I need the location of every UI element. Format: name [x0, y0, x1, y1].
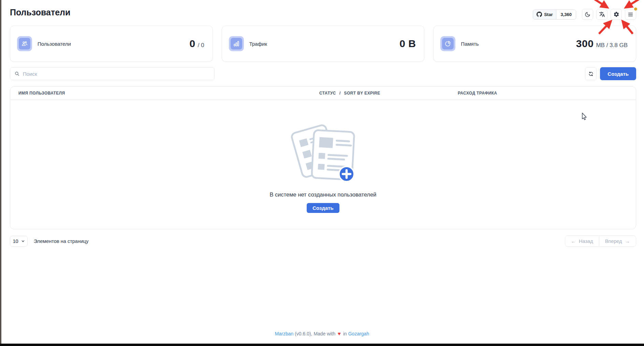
refresh-button[interactable] — [585, 67, 597, 80]
menu-button[interactable] — [625, 9, 636, 20]
github-star-badge: Star 3,360 — [533, 10, 576, 19]
window-bottom-bar — [0, 344, 644, 346]
github-icon — [537, 12, 542, 17]
github-star-count[interactable]: 3,360 — [556, 10, 576, 19]
empty-state-illustration — [284, 117, 362, 188]
empty-state-create-button[interactable]: Создать — [307, 203, 339, 213]
page-size-select[interactable]: 10 — [10, 236, 28, 247]
column-header-traffic-usage[interactable]: РАСХОД ТРАФИКА — [450, 91, 636, 96]
empty-state-message: В системе нет созданных пользователей — [10, 191, 636, 198]
column-header-username[interactable]: ИМЯ ПОЛЬЗОВАТЕЛЯ — [10, 91, 311, 96]
users-icon — [21, 40, 28, 47]
hamburger-icon — [628, 12, 633, 17]
footer-text: (v0.6.0), Made with — [295, 331, 335, 336]
footer: Marzban (v0.6.0), Made with ♥ in Gozarga… — [0, 331, 644, 336]
pagination: 10 Элементов на страницу ← Назад Вперед … — [10, 235, 636, 247]
search-icon — [14, 71, 20, 76]
per-page-label: Элементов на страницу — [34, 239, 89, 244]
window-left-edge — [0, 0, 1, 346]
gozargah-link[interactable]: Gozargah — [348, 331, 369, 336]
table-header-row: ИМЯ ПОЛЬЗОВАТЕЛЯ СТАТУС/SORT BY EXPIRE Р… — [10, 87, 636, 100]
settings-button[interactable] — [611, 9, 622, 20]
memory-stat-suffix: MB / 3.8 GB — [596, 42, 628, 49]
traffic-stat-value: 0 B — [399, 38, 416, 49]
users-stat-card: Пользователи 0 / 0 — [10, 26, 213, 62]
heart-icon: ♥ — [338, 331, 341, 336]
users-stat-value: 0 — [190, 38, 195, 49]
stat-cards: Пользователи 0 / 0 Трафик 0 B Память 300… — [10, 26, 636, 62]
notification-dot — [634, 8, 637, 11]
pager-group: ← Назад Вперед → — [565, 235, 636, 247]
page-title: Пользователи — [10, 8, 70, 17]
column-separator: / — [339, 91, 341, 96]
toolbar: Star 3,360 — [533, 9, 636, 20]
search-input[interactable] — [23, 71, 210, 77]
right-arrow-icon: → — [625, 239, 630, 244]
bar-chart-icon — [233, 40, 240, 47]
left-arrow-icon: ← — [571, 239, 576, 244]
search-box — [10, 67, 215, 80]
footer-in-text: in — [343, 331, 347, 336]
language-button[interactable] — [596, 9, 608, 20]
github-star-label: Star — [544, 12, 553, 17]
prev-page-button[interactable]: ← Назад — [565, 236, 599, 246]
memory-stat-value: 300 — [576, 38, 594, 49]
users-stat-suffix: / 0 — [198, 42, 204, 49]
refresh-icon — [588, 71, 594, 77]
translate-icon — [599, 11, 605, 17]
column-header-sort-by-expire[interactable]: SORT BY EXPIRE — [344, 91, 380, 96]
row-actions: Создать — [585, 67, 636, 80]
page-size-value: 10 — [13, 239, 18, 244]
create-user-button[interactable]: Создать — [600, 67, 636, 80]
chevron-down-icon — [21, 239, 25, 243]
traffic-stat-card: Трафик 0 B — [222, 26, 425, 62]
marzban-link[interactable]: Marzban — [275, 331, 293, 336]
users-stat-label: Пользователи — [38, 41, 71, 47]
gear-icon — [613, 11, 619, 17]
plus-circle-icon — [339, 167, 354, 182]
next-page-button[interactable]: Вперед → — [599, 236, 636, 246]
column-header-status[interactable]: СТАТУС/SORT BY EXPIRE — [311, 91, 450, 96]
users-table: ИМЯ ПОЛЬЗОВАТЕЛЯ СТАТУС/SORT BY EXPIRE Р… — [10, 86, 636, 229]
pie-chart-icon — [444, 40, 452, 47]
memory-stat-label: Память — [461, 41, 479, 47]
memory-stat-card: Память 300 MB / 3.8 GB — [433, 26, 636, 62]
traffic-stat-label: Трафик — [249, 41, 267, 47]
moon-icon — [585, 12, 590, 17]
dark-mode-button[interactable] — [582, 9, 593, 20]
github-star-button[interactable]: Star — [533, 10, 556, 19]
